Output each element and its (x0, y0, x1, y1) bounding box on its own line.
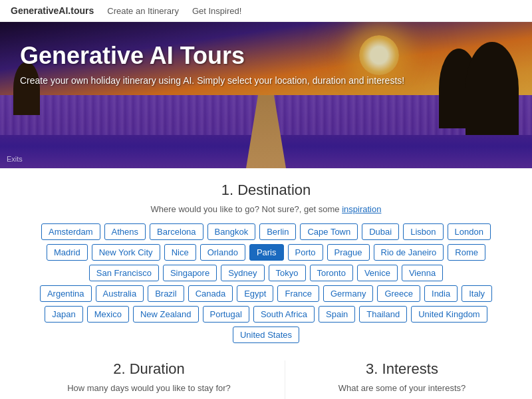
hero-banner: Generative AI Tours Create your own holi… (0, 22, 532, 168)
country-tag[interactable]: South Africa (253, 306, 315, 323)
city-tag[interactable]: Prague (327, 244, 370, 261)
city-tag[interactable]: Venice (357, 265, 398, 281)
destination-subtitle-text: Where would you like to go? Not sure?, g… (151, 204, 340, 214)
duration-subtitle: How many days would you like to stay for… (27, 383, 271, 393)
country-tag[interactable]: France (277, 285, 319, 302)
inspiration-link[interactable]: inspiration (342, 204, 381, 214)
navbar: GenerativeAI.tours Create an Itinerary G… (0, 0, 532, 22)
city-tag[interactable]: Dubai (362, 223, 399, 240)
country-tag[interactable]: United States (233, 327, 299, 343)
city-tag[interactable]: Paris (249, 244, 284, 261)
destination-title: 1. Destination (27, 182, 505, 199)
country-tag[interactable]: Mexico (87, 306, 129, 323)
nav-create-itinerary[interactable]: Create an Itinerary (107, 6, 179, 16)
bottom-section: 2. Duration How many days would you like… (27, 360, 505, 399)
brand-logo: GenerativeAI.tours (11, 5, 94, 16)
country-tag[interactable]: Egypt (237, 285, 273, 302)
city-tag[interactable]: Orlando (200, 244, 245, 261)
city-tag[interactable]: Athens (104, 223, 146, 240)
country-tag[interactable]: Argentina (40, 285, 92, 302)
city-tag[interactable]: Cape Town (300, 223, 358, 240)
country-tag[interactable]: Brazil (148, 285, 184, 302)
city-tag[interactable]: Tokyo (269, 265, 306, 281)
city-tag[interactable]: Madrid (47, 244, 88, 261)
hero-title: Generative AI Tours (20, 42, 404, 70)
country-tag[interactable]: Italy (462, 285, 492, 302)
hero-footer: Exits (7, 155, 23, 163)
country-tag[interactable]: New Zealand (133, 306, 199, 323)
city-tag[interactable]: Toronto (310, 265, 353, 281)
city-tag[interactable]: Nice (164, 244, 196, 261)
city-tag[interactable]: Barcelona (150, 223, 203, 240)
interests-title: 3. Interests (299, 360, 505, 378)
city-tag[interactable]: Lisbon (403, 223, 443, 240)
nav-get-inspired[interactable]: Get Inspired! (192, 6, 241, 16)
city-tag[interactable]: London (448, 223, 491, 240)
hero-content: Generative AI Tours Create your own holi… (20, 42, 404, 86)
interests-subtitle: What are some of your interests? (299, 383, 505, 393)
city-tag[interactable]: Rome (448, 244, 485, 261)
city-tag[interactable]: Rio de Janeiro (374, 244, 444, 261)
city-tag[interactable]: San Francisco (89, 265, 159, 281)
country-tag[interactable]: Canada (188, 285, 233, 302)
country-tag[interactable]: Spain (319, 306, 355, 323)
country-tag[interactable]: Thailand (359, 306, 407, 323)
country-tag[interactable]: Greece (377, 285, 420, 302)
country-tag[interactable]: United Kingdom (411, 306, 487, 323)
country-tag[interactable]: Germany (323, 285, 373, 302)
cities-container: AmsterdamAthensBarcelonaBangkokBerlinCap… (27, 223, 505, 281)
country-tag[interactable]: Australia (96, 285, 144, 302)
country-tag[interactable]: Portugal (203, 306, 249, 323)
city-tag[interactable]: Bangkok (207, 223, 256, 240)
destination-subtitle: Where would you like to go? Not sure?, g… (27, 204, 505, 214)
interests-section: 3. Interests What are some of your inter… (285, 360, 505, 399)
destination-section: 1. Destination Where would you like to g… (27, 182, 505, 343)
city-tag[interactable]: Berlin (259, 223, 296, 240)
city-tag[interactable]: Amsterdam (41, 223, 100, 240)
city-tag[interactable]: Porto (288, 244, 323, 261)
main-content: 1. Destination Where would you like to g… (0, 168, 532, 399)
duration-section: 2. Duration How many days would you like… (27, 360, 285, 399)
duration-title: 2. Duration (27, 360, 271, 378)
countries-container: ArgentinaAustraliaBrazilCanadaEgyptFranc… (27, 285, 505, 343)
city-tag[interactable]: Sydney (221, 265, 264, 281)
city-tag[interactable]: Singapore (163, 265, 217, 281)
hero-subtitle: Create your own holiday itinerary using … (20, 75, 404, 86)
city-tag[interactable]: Vienna (402, 265, 443, 281)
country-tag[interactable]: India (424, 285, 458, 302)
city-tag[interactable]: New York City (92, 244, 160, 261)
country-tag[interactable]: Japan (45, 306, 82, 323)
